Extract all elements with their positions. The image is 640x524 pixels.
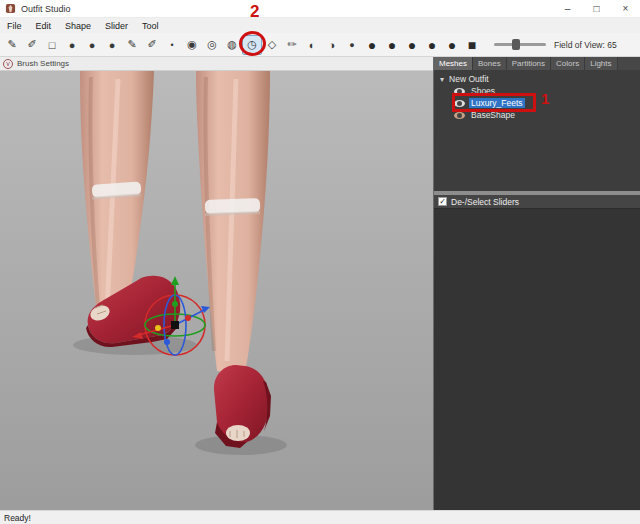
tree-item-label: Luxury_Feets: [469, 98, 525, 108]
cube-view-icon[interactable]: ■: [462, 35, 482, 55]
sliders-header: ✓ De-/Select Sliders: [434, 195, 640, 209]
falloff2-icon[interactable]: ●: [382, 35, 402, 55]
brush-settings-label: Brush Settings: [17, 59, 69, 68]
mask-brush-icon[interactable]: ✎: [2, 35, 22, 55]
window-controls: – □ ×: [553, 0, 640, 17]
falloff4-icon[interactable]: ●: [422, 35, 442, 55]
close-button[interactable]: ×: [611, 0, 640, 17]
expander-icon[interactable]: ▾: [440, 75, 444, 84]
menu-shape[interactable]: Shape: [58, 21, 98, 31]
visibility-eye-icon[interactable]: [454, 100, 465, 107]
viewport-3d-scene[interactable]: [0, 71, 433, 510]
fov-slider[interactable]: [494, 43, 546, 46]
meshes-tree: ▾ New Outfit Shoes Luxury_Feets BaseShap…: [434, 70, 640, 191]
menu-file[interactable]: File: [0, 21, 29, 31]
dot-icon[interactable]: ●: [342, 35, 362, 55]
inflate-sphere-icon[interactable]: ◉: [182, 35, 202, 55]
transform-tool-icon[interactable]: ◷: [242, 35, 262, 55]
toolbar: ✎ ✐ □ ● ● ● ✎ ✐ • ◉ ◎ ◍ ◷ ◇ ✏ ◐ ◑ ● ● ● …: [0, 33, 640, 57]
tab-colors[interactable]: Colors: [551, 57, 585, 70]
tree-item-label: Shoes: [469, 86, 497, 96]
right-panel-tabs: Meshes Bones Partitions Colors Lights: [434, 57, 640, 70]
left-pane: v Brush Settings: [0, 57, 434, 510]
falloff1-icon[interactable]: ●: [362, 35, 382, 55]
select-brush-icon[interactable]: ✐: [22, 35, 42, 55]
right-panel: Meshes Bones Partitions Colors Lights ▾ …: [434, 57, 640, 510]
sphere-brush2-icon[interactable]: ●: [102, 35, 122, 55]
weight-brush-icon[interactable]: ✏: [282, 35, 302, 55]
falloff5-icon[interactable]: ●: [442, 35, 462, 55]
sphere-brush-icon[interactable]: ●: [82, 35, 102, 55]
titlebar: Outfit Studio – □ ×: [0, 0, 640, 18]
sliders-panel: [434, 209, 640, 510]
tree-item-label: BaseShape: [469, 110, 517, 120]
menubar: File Edit Shape Slider Tool: [0, 18, 640, 33]
move-brush-icon[interactable]: ◍: [222, 35, 242, 55]
small-dot-icon[interactable]: •: [162, 35, 182, 55]
menu-tool[interactable]: Tool: [135, 21, 166, 31]
tab-meshes[interactable]: Meshes: [434, 57, 473, 70]
sliders-header-label: De-/Select Sliders: [451, 197, 519, 207]
app-icon: [5, 3, 16, 14]
visibility-eye-icon[interactable]: [454, 112, 465, 119]
menu-edit[interactable]: Edit: [29, 21, 59, 31]
fov-label: Field of View: 65: [554, 40, 617, 50]
falloff3-icon[interactable]: ●: [402, 35, 422, 55]
menu-slider[interactable]: Slider: [98, 21, 135, 31]
brush-settings-header: v Brush Settings: [0, 57, 433, 71]
tree-item-baseshape[interactable]: BaseShape: [434, 109, 640, 121]
viewport-3d[interactable]: [0, 71, 433, 510]
select-sliders-checkbox[interactable]: ✓: [438, 197, 447, 206]
tree-item-shoes[interactable]: Shoes: [434, 85, 640, 97]
tree-item-luxury-feets[interactable]: Luxury_Feets: [434, 97, 640, 109]
pivot-tool-icon[interactable]: ◇: [262, 35, 282, 55]
visibility-eye-icon[interactable]: [454, 88, 465, 95]
tab-partitions[interactable]: Partitions: [507, 57, 551, 70]
fov-slider-thumb[interactable]: [512, 39, 520, 50]
paint-brush-icon[interactable]: ✎: [122, 35, 142, 55]
status-text: Ready!: [4, 513, 31, 523]
marquee-select-icon[interactable]: □: [42, 35, 62, 55]
toggle-right-icon[interactable]: ◑: [322, 35, 342, 55]
deflate-sphere-icon[interactable]: ◎: [202, 35, 222, 55]
tab-bones[interactable]: Bones: [473, 57, 507, 70]
collapse-chevron-icon[interactable]: v: [3, 59, 13, 69]
maximize-button[interactable]: □: [582, 0, 611, 17]
right-sock: [205, 198, 260, 216]
tree-root-new-outfit[interactable]: ▾ New Outfit: [434, 73, 640, 85]
tree-root-label: New Outfit: [447, 74, 491, 84]
toggle-left-icon[interactable]: ◐: [302, 35, 322, 55]
smooth-brush-icon[interactable]: ✐: [142, 35, 162, 55]
main-area: v Brush Settings: [0, 57, 640, 510]
tab-lights[interactable]: Lights: [585, 57, 617, 70]
minimize-button[interactable]: –: [553, 0, 582, 17]
window-title: Outfit Studio: [21, 4, 71, 14]
blob-brush-icon[interactable]: ●: [62, 35, 82, 55]
statusbar: Ready!: [0, 510, 640, 524]
